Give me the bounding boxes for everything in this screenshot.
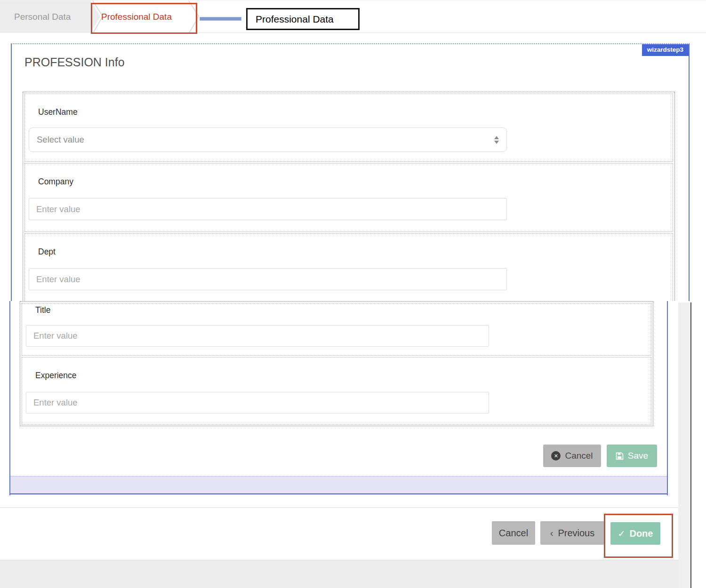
dept-input[interactable] bbox=[29, 268, 507, 290]
panel-cancel-label: Cancel bbox=[565, 451, 593, 461]
panel-footer-strip bbox=[10, 476, 667, 494]
username-select[interactable]: Select value bbox=[29, 127, 507, 152]
footer-divider bbox=[0, 507, 681, 508]
field-group-username[interactable]: UserName Select value bbox=[24, 94, 673, 162]
panel-cancel-button[interactable]: ✕ Cancel bbox=[543, 445, 601, 467]
company-input[interactable] bbox=[29, 198, 507, 220]
arrow-down-icon bbox=[494, 141, 499, 144]
annotation-callout-label: Professional Data bbox=[256, 14, 334, 25]
app-window: Personal Data Professional Data Professi… bbox=[0, 0, 706, 588]
panel-save-label: Save bbox=[628, 451, 648, 461]
cancel-circle-x-icon: ✕ bbox=[551, 451, 561, 461]
company-label: Company bbox=[38, 177, 73, 187]
experience-input[interactable] bbox=[26, 392, 489, 413]
stitched-bottom-section: Title Experience ✕ Cancel bbox=[0, 301, 706, 588]
field-group-experience[interactable]: Experience bbox=[22, 357, 651, 425]
bottom-gray-strip bbox=[0, 560, 689, 588]
wizardstep-badge: wizardstep3 bbox=[642, 44, 689, 56]
form-container: UserName Select value Company Dept bbox=[23, 92, 675, 301]
footer-done-button[interactable]: ✓ Done bbox=[610, 522, 660, 545]
username-select-placeholder: Select value bbox=[37, 135, 84, 145]
footer-done-label: Done bbox=[629, 528, 653, 539]
panel-save-button[interactable]: Save bbox=[607, 445, 657, 467]
page-title: PROFESSION Info bbox=[24, 56, 125, 69]
chevron-left-icon: ‹ bbox=[550, 528, 554, 539]
title-input[interactable] bbox=[26, 325, 489, 347]
field-group-title[interactable]: Title bbox=[22, 303, 651, 356]
save-floppy-icon bbox=[616, 452, 624, 460]
tab-personal-data[interactable]: Personal Data bbox=[14, 0, 71, 33]
form-container-continued: Title Experience bbox=[20, 301, 653, 426]
tab-separator-chevron bbox=[188, 0, 200, 33]
wizard-step-panel-bottom: Title Experience ✕ Cancel bbox=[9, 301, 668, 495]
experience-label: Experience bbox=[35, 371, 77, 381]
footer-cancel-button[interactable]: Cancel bbox=[492, 521, 535, 545]
wizard-step-panel-top: wizardstep3 PROFESSION Info UserName Sel… bbox=[11, 43, 690, 301]
username-label: UserName bbox=[38, 107, 78, 117]
footer-previous-label: Previous bbox=[558, 528, 594, 539]
field-group-company[interactable]: Company bbox=[24, 163, 673, 232]
select-updown-arrows-icon[interactable] bbox=[494, 136, 499, 144]
footer-cancel-label: Cancel bbox=[499, 528, 528, 539]
field-group-dept[interactable]: Dept bbox=[24, 233, 673, 301]
window-right-border bbox=[690, 302, 691, 588]
arrow-up-icon bbox=[494, 136, 499, 139]
annotation-callout: Professional Data bbox=[246, 8, 360, 30]
right-scroll-gutter[interactable] bbox=[678, 302, 690, 588]
annotation-connector-line bbox=[200, 17, 241, 21]
footer-previous-button[interactable]: ‹ Previous bbox=[540, 521, 604, 545]
title-label: Title bbox=[35, 305, 50, 315]
tab-professional-data[interactable]: Professional Data bbox=[101, 0, 172, 33]
dept-label: Dept bbox=[38, 247, 56, 257]
checkmark-icon: ✓ bbox=[618, 528, 626, 539]
